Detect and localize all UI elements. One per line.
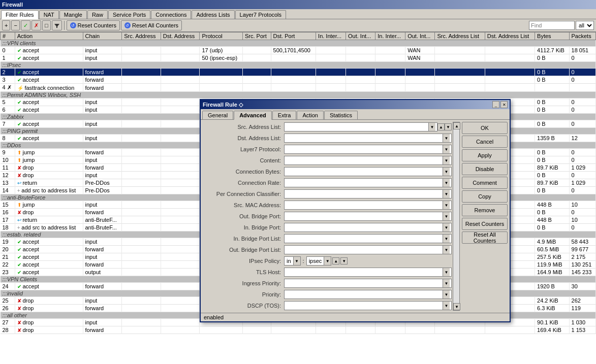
modal-tab-statistics[interactable]: Statistics <box>324 111 358 119</box>
table-row[interactable]: 0✔ acceptinput17 (udp)500,1701,4500WAN41… <box>1 47 596 54</box>
ipsec-policy-field[interactable]: ipsec ▼ <box>306 256 332 266</box>
modal-apply-button[interactable]: Apply <box>462 149 508 161</box>
reset-all-counters-toolbar-button[interactable]: ↺ Reset All Counters <box>121 20 182 30</box>
ipsec-direction-field[interactable]: in ▼ <box>284 256 301 266</box>
dropdown-arrow-icon[interactable]: ▼ <box>443 168 450 176</box>
modal-title: Firewall Rule ◇ <box>203 102 243 108</box>
field-label: Content: <box>203 157 284 163</box>
table-row[interactable]: 3✔ acceptforward0 B0 <box>1 76 596 84</box>
form-scrollbar[interactable]: ▲ ▼ <box>453 122 460 311</box>
tab-nat[interactable]: NAT <box>39 10 59 19</box>
field-input-7[interactable]: ▼ <box>284 201 452 210</box>
action-cell: ⬆ jump <box>15 156 83 164</box>
copy-rule-button[interactable]: □ <box>42 20 51 30</box>
modal-tab-general[interactable]: General <box>202 111 233 119</box>
reset-counters-toolbar-button[interactable]: ↺ Reset Counters <box>67 20 120 30</box>
field-input-6[interactable]: ▼ <box>284 189 452 198</box>
dropdown-arrow-icon[interactable]: ▼ <box>443 201 450 209</box>
dropdown-arrow-icon[interactable]: ▼ <box>443 156 450 164</box>
modal-comment-button[interactable]: Comment <box>462 177 508 189</box>
field-input-3[interactable]: ▼ <box>284 156 452 165</box>
dropdown-arrow-icon[interactable]: ▼ <box>443 302 450 310</box>
scroll-down-button[interactable]: ▼ <box>453 303 460 310</box>
dropdown-arrow-icon[interactable]: ▼ <box>443 279 450 287</box>
tab-filter[interactable]: Filter Rules <box>1 10 39 19</box>
scroll-up-btn[interactable]: ▲ <box>437 123 445 130</box>
ipsec-direction-arrow[interactable]: ▼ <box>293 257 300 265</box>
dropdown-arrow-icon[interactable]: ▼ <box>443 290 450 299</box>
table-cell <box>122 120 161 128</box>
add-rule-button[interactable]: + <box>2 20 10 30</box>
enable-rule-button[interactable]: ✓ <box>21 20 30 30</box>
dropdown-arrow-icon[interactable]: ▼ <box>443 246 450 254</box>
dropdown-arrow-icon[interactable]: ▼ <box>443 268 450 276</box>
table-row[interactable]: 1✔ acceptinput50 (ipsec-esp)WAN0 B0 <box>1 54 596 62</box>
dropdown-arrow-icon[interactable]: ▼ <box>443 179 450 187</box>
table-cell: 1359 B <box>535 135 569 142</box>
dropdown-arrow-icon[interactable]: ▼ <box>428 123 435 131</box>
dropdown-arrow-icon[interactable]: ▼ <box>443 235 450 243</box>
field-input-15[interactable]: ▼ <box>284 290 452 299</box>
search-scope-select[interactable]: all <box>576 21 594 30</box>
modal-close-button[interactable]: ✕ <box>500 101 508 108</box>
table-cell <box>122 149 161 156</box>
tabs-row: Filter RulesNATMangleRawService PortsCon… <box>0 9 596 19</box>
dropdown-arrow-icon[interactable]: ▼ <box>443 190 450 198</box>
search-input[interactable] <box>529 21 575 30</box>
field-input-13[interactable]: ▼ <box>284 268 452 277</box>
tab-connections[interactable]: Connections <box>151 10 191 19</box>
dropdown-arrow-icon[interactable]: ▼ <box>443 145 450 153</box>
table-row[interactable]: 28✘ dropforward169.4 KiB1 153 <box>1 326 596 334</box>
tab-service-ports[interactable]: Service Ports <box>108 10 150 19</box>
modal-tab-advanced[interactable]: Advanced <box>234 111 272 120</box>
scroll-up-button[interactable]: ▲ <box>453 122 460 129</box>
field-input-11[interactable]: ▼ <box>284 245 452 254</box>
column-header: Packets <box>569 32 595 40</box>
modal-remove-button[interactable]: Remove <box>462 204 508 216</box>
dropdown-arrow-icon[interactable]: ▼ <box>443 212 450 220</box>
dropdown-arrow-icon[interactable]: ▼ <box>443 134 450 142</box>
field-input-16[interactable]: ▼ <box>284 301 452 310</box>
field-input-10[interactable]: ▼ <box>284 234 452 243</box>
table-cell <box>122 238 161 246</box>
table-cell: 11 <box>1 164 15 172</box>
modal-disable-button[interactable]: Disable <box>462 163 508 175</box>
field-input-14[interactable]: ▼ <box>284 279 452 288</box>
tab-mangle[interactable]: Mangle <box>59 10 87 19</box>
modal-reset-counters-button[interactable]: Reset Counters <box>462 218 508 230</box>
field-input-9[interactable]: ▼ <box>284 223 452 232</box>
action-cell: ✘ drop <box>15 164 83 172</box>
disable-rule-button[interactable]: ✗ <box>32 20 41 30</box>
modal-ok-button[interactable]: OK <box>462 122 508 134</box>
action-label: drop <box>22 305 34 311</box>
modal-cancel-button[interactable]: Cancel <box>462 136 508 148</box>
ipsec-policy-arrow[interactable]: ▼ <box>324 257 331 265</box>
field-input-2[interactable]: ▼ <box>284 145 452 154</box>
modal-tab-extra[interactable]: Extra <box>272 111 297 119</box>
tab-layer7[interactable]: Layer7 Protocols <box>235 10 287 19</box>
filter-button[interactable] <box>52 20 62 30</box>
table-row[interactable]: 2✔ acceptforward0 B0 <box>1 69 596 76</box>
reset-all-counters-label: Reset All Counters <box>132 22 178 28</box>
remove-rule-button[interactable]: − <box>11 20 19 30</box>
table-cell: 60.5 MiB <box>535 246 569 253</box>
table-cell <box>161 326 200 334</box>
table-row[interactable]: 4 ✗⚡ fasttrack connectionforward <box>1 84 596 92</box>
modal-copy-button[interactable]: Copy <box>462 190 508 203</box>
field-input-5[interactable]: ▼ <box>284 178 452 187</box>
ipsec-scroll-up[interactable]: ▲ <box>332 257 339 264</box>
field-input-8[interactable]: ▼ <box>284 212 452 221</box>
field-input-1[interactable]: ▼ <box>284 134 452 143</box>
field-input-4[interactable]: ▼ <box>284 167 452 176</box>
dropdown-arrow-icon[interactable]: ▼ <box>443 223 450 231</box>
ipsec-scroll-down[interactable]: ▼ <box>340 257 348 264</box>
modal-reset-all-counters-button[interactable]: Reset All Counters <box>462 231 508 244</box>
table-cell: input <box>83 106 122 114</box>
scroll-down-btn[interactable]: ▼ <box>445 123 452 130</box>
field-input-0[interactable]: ▼ <box>284 122 437 131</box>
table-cell <box>346 54 375 62</box>
tab-raw[interactable]: Raw <box>87 10 108 19</box>
modal-tab-action[interactable]: Action <box>297 111 324 119</box>
tab-address-lists[interactable]: Address Lists <box>192 10 234 19</box>
modal-minimize-button[interactable]: _ <box>492 101 499 108</box>
